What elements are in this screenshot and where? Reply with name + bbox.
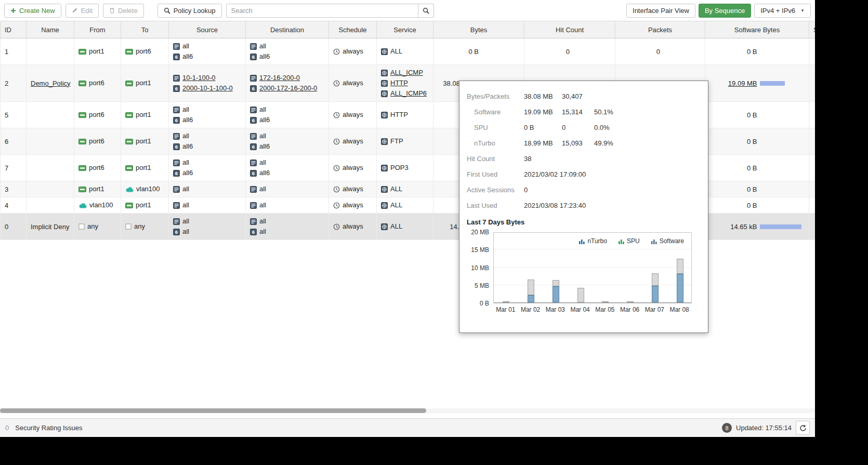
cell-next <box>809 38 816 65</box>
subnet-icon <box>173 43 180 50</box>
destination-entry[interactable]: 62000-172-16-200-0 <box>250 83 324 94</box>
port-icon <box>125 139 133 144</box>
security-rating-label[interactable]: Security Rating Issues <box>15 424 82 432</box>
horizontal-scrollbar-thumb[interactable] <box>0 408 426 413</box>
pencil-icon <box>72 7 78 14</box>
source-entry[interactable]: 62000-10-1-100-0 <box>173 83 241 94</box>
destination-label: all6 <box>259 141 270 152</box>
destination-label: all6 <box>259 115 270 125</box>
policy-lookup-button[interactable]: Policy Lookup <box>157 4 222 18</box>
search-input[interactable] <box>226 4 418 18</box>
cell-service: ALL_ICMPHTTPALL_ICMP6 <box>377 65 433 102</box>
service-entry: ALL <box>381 184 429 194</box>
column-header-from[interactable]: From <box>74 21 121 38</box>
service-entry[interactable]: HTTP <box>381 78 429 88</box>
cell-schedule: always <box>329 65 377 102</box>
bar-segment-software <box>528 280 534 295</box>
column-header-packets[interactable]: Packets <box>615 21 705 38</box>
service-entry: HTTP <box>381 110 429 120</box>
cell-software: 14.65 kB <box>705 214 809 240</box>
source-label: all6 <box>182 115 193 125</box>
schedule-label: always <box>343 78 363 88</box>
software-value: 0 B <box>709 164 757 172</box>
legend-bars-icon <box>579 238 585 244</box>
source-entry[interactable]: 10-1-100-0 <box>173 73 241 83</box>
source-label: all <box>182 104 189 115</box>
schedule-label: always <box>343 200 363 210</box>
cell-service: ALL <box>377 181 433 197</box>
cell-service: POP3 <box>377 155 433 181</box>
subnet6-icon: 6 <box>173 117 180 124</box>
subnet-icon <box>250 186 257 193</box>
y-tick-label: 10 MB <box>471 264 489 272</box>
destination-entry: all <box>250 41 324 51</box>
destination-label: all <box>259 157 266 168</box>
column-header-name[interactable]: Name <box>27 21 74 38</box>
column-header-source[interactable]: Source <box>169 21 246 38</box>
horizontal-scrollbar-track[interactable] <box>0 408 815 413</box>
destination-entry: 6all6 <box>250 141 324 152</box>
refresh-button[interactable] <box>796 421 810 435</box>
svg-text:6: 6 <box>175 86 178 91</box>
cell-id: 6 <box>1 128 27 155</box>
source-label: all <box>182 131 189 141</box>
service-entry[interactable]: ALL_ICMP6 <box>381 88 429 99</box>
bar-segment-software <box>553 280 559 286</box>
from-label: port6 <box>89 78 104 88</box>
edit-button[interactable]: Edit <box>65 4 99 18</box>
bar-mar-06 <box>618 301 643 302</box>
schedule-icon <box>333 165 340 171</box>
ip-version-dropdown[interactable]: IPv4 + IPv6 ▼ <box>754 4 811 18</box>
ip-version-label: IPv4 + IPv6 <box>760 7 795 15</box>
destination-entry: all <box>250 184 324 194</box>
cell-name <box>27 38 74 65</box>
cell-service: ALL <box>377 38 433 65</box>
policy-row-1[interactable]: 1port1port6all6all6all6all6alwaysALL0 B0… <box>1 38 816 65</box>
destination-entry[interactable]: 172-16-200-0 <box>250 73 324 83</box>
refresh-icon <box>799 424 807 432</box>
port-icon <box>125 81 133 86</box>
packets-value: 0 <box>620 48 660 56</box>
software-value: 0 B <box>709 202 757 209</box>
policy-name[interactable]: Demo_Policy <box>31 79 71 87</box>
software-value[interactable]: 19.09 MB <box>709 79 757 87</box>
column-header-next[interactable]: S <box>809 21 816 38</box>
cell-from: any <box>74 214 121 240</box>
column-header-to[interactable]: To <box>121 21 169 38</box>
subnet6-icon: 6 <box>173 170 180 177</box>
cell-software: 0 B <box>705 128 809 155</box>
tooltip-stat-row: Hit Count38 <box>467 151 701 166</box>
service-entry: FTP <box>381 136 429 147</box>
source-label: all <box>182 216 189 227</box>
interface-pair-view-button[interactable]: Interface Pair View <box>626 4 695 18</box>
policy-lookup-label: Policy Lookup <box>174 7 216 15</box>
column-header-bytes[interactable]: Bytes <box>433 21 524 38</box>
port-icon <box>78 187 86 192</box>
tooltip-stat-row: SPU0 B00.0% <box>467 119 701 135</box>
cell-schedule: always <box>329 38 377 65</box>
subnet-icon <box>250 133 257 140</box>
column-header-software_bytes[interactable]: Software Bytes <box>705 21 809 38</box>
source-entry: all <box>173 200 241 210</box>
service-icon <box>381 202 388 209</box>
cell-destination: 172-16-200-062000-172-16-200-0 <box>246 65 329 102</box>
service-entry[interactable]: ALL_ICMP <box>381 68 429 78</box>
column-header-schedule[interactable]: Schedule <box>329 21 377 38</box>
service-label: FTP <box>390 136 403 147</box>
svg-text:6: 6 <box>175 229 178 235</box>
plus-icon <box>10 8 16 14</box>
bar-segment-software <box>677 259 683 274</box>
cell-id: 7 <box>1 155 27 181</box>
from-label: any <box>87 221 98 232</box>
delete-button[interactable]: Delete <box>103 4 144 18</box>
column-header-id[interactable]: ID <box>1 21 27 38</box>
source-entry: all <box>173 184 241 194</box>
tooltip-value: 0 B <box>524 124 562 131</box>
column-header-destination[interactable]: Destination <box>246 21 329 38</box>
column-header-hit_count[interactable]: Hit Count <box>524 21 615 38</box>
search-button[interactable] <box>418 4 434 18</box>
notification-badge[interactable]: 8 <box>722 423 732 433</box>
by-sequence-button[interactable]: By Sequence <box>699 4 751 18</box>
column-header-service[interactable]: Service <box>377 21 433 38</box>
create-new-button[interactable]: Create New <box>4 4 61 18</box>
